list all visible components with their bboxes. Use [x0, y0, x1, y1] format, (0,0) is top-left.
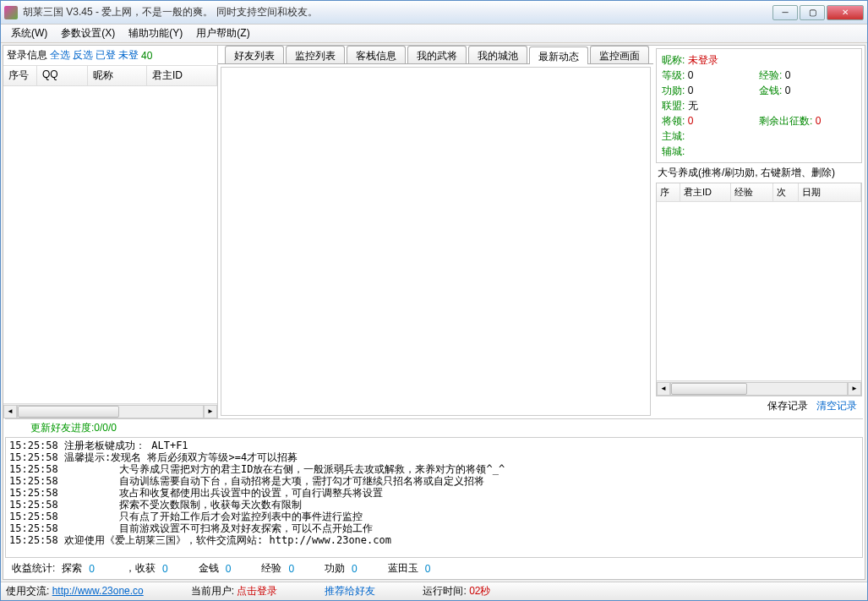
content-area: 登录信息 全选 反选 已登 未登 40 序号 QQ 昵称 君主ID ◄ [3, 45, 865, 580]
stats-label: 收益统计: [12, 561, 55, 576]
main-city-label: 主城: [662, 130, 685, 142]
rcol-seq[interactable]: 序 [657, 183, 680, 201]
rcol-date[interactable]: 日期 [799, 183, 861, 201]
tab-monitor[interactable]: 监控列表 [286, 46, 345, 63]
menu-system[interactable]: 系统(W) [4, 25, 54, 42]
invert-select-link[interactable]: 反选 [73, 48, 93, 63]
merit-val2: 0 [352, 563, 358, 575]
menu-help[interactable]: 用户帮助(Z) [189, 25, 256, 42]
explore-label: 探索 [62, 561, 82, 576]
clear-record-link[interactable]: 清空记录 [816, 399, 857, 413]
right-table-body[interactable] [657, 202, 861, 380]
left-table-body[interactable] [3, 86, 217, 403]
harvest-label: ，收获 [125, 561, 156, 576]
exp-label: 经验: [759, 69, 782, 81]
rscroll-right-arrow[interactable]: ► [848, 382, 861, 396]
scroll-right-arrow[interactable]: ► [204, 405, 217, 418]
tab-cities[interactable]: 我的城池 [468, 46, 527, 63]
merit-label2: 功勋 [325, 561, 345, 576]
login-info-label: 登录信息 [7, 48, 47, 63]
app-window: 胡莱三国 V3.45 - 爱上网，不是一般的爽。 同时支持空间和校友。 ─ ▢ … [0, 0, 868, 601]
rcol-lord[interactable]: 君主ID [680, 183, 731, 201]
log-line: 15:25:58 欢迎使用《爱上胡莱三国》，软件交流网站: http://www… [9, 534, 859, 546]
left-header: 登录信息 全选 反选 已登 未登 40 [3, 46, 217, 66]
col-lord[interactable]: 君主ID [147, 66, 217, 85]
login-count: 40 [141, 50, 152, 62]
log-panel: 更新好友进度:0/0/0 15:25:58 注册老板键成功： ALT+F115:… [5, 418, 863, 579]
rscroll-left-arrow[interactable]: ◄ [657, 382, 670, 396]
rcol-exp[interactable]: 经验 [731, 183, 773, 201]
col-seq[interactable]: 序号 [3, 66, 37, 85]
nick-label: 昵称: [662, 54, 685, 66]
level-value: 0 [688, 69, 694, 81]
scroll-left-arrow[interactable]: ◄ [3, 405, 17, 418]
window-title: 胡莱三国 V3.45 - 爱上网，不是一般的爽。 同时支持空间和校友。 [23, 5, 772, 19]
merit-label: 功勋: [662, 85, 685, 96]
minimize-button[interactable]: ─ [772, 5, 798, 20]
scroll-thumb[interactable] [18, 406, 119, 418]
money-label2: 金钱 [199, 561, 219, 576]
right-sub-title: 大号养成(推将/刷功勋, 右键新增、删除) [656, 163, 862, 183]
explore-val: 0 [89, 563, 95, 575]
stat-bar: 收益统计: 探索0 ，收获0 金钱0 经验0 功勋0 蓝田玉0 [5, 558, 863, 579]
menubar: 系统(W) 参数设置(X) 辅助功能(Y) 用户帮助(Z) [1, 25, 867, 43]
log-line: 15:25:58 只有点了开始工作后才会对监控列表中的事件进行监控 [9, 511, 859, 522]
left-panel: 登录信息 全选 反选 已登 未登 40 序号 QQ 昵称 君主ID ◄ [3, 46, 218, 418]
jade-val: 0 [425, 563, 431, 575]
gen-label: 将领: [662, 115, 685, 127]
expedition-value: 0 [816, 115, 822, 127]
stats-box: 昵称: 未登录 等级: 0 经验: 0 功勋: 0 金钱: 0 联盟: 无 将领… [656, 48, 862, 163]
status-bar: 使用交流: http://www.23one.co 当前用户: 点击登录 推荐给… [1, 582, 867, 600]
log-line: 15:25:58 攻占和收复都使用出兵设置中的设置，可自行调整兵将设置 [9, 487, 859, 499]
contact-label: 使用交流: [6, 585, 49, 597]
menu-params[interactable]: 参数设置(X) [54, 25, 122, 42]
harvest-val: 0 [162, 563, 168, 575]
not-logged-link[interactable]: 未登 [118, 48, 139, 63]
click-login-link[interactable]: 点击登录 [237, 585, 277, 597]
runtime-label: 运行时间: [423, 585, 466, 597]
log-line: 15:25:58 探索不受次数限制，收获每天次数有限制 [9, 499, 859, 511]
jade-label: 蓝田玉 [388, 561, 418, 576]
alliance-value: 无 [688, 100, 698, 112]
select-all-link[interactable]: 全选 [50, 48, 70, 63]
contact-url[interactable]: http://www.23one.co [52, 585, 144, 597]
sub-city-label: 辅城: [662, 145, 685, 157]
current-user-label: 当前用户: [191, 585, 234, 597]
alliance-label: 联盟: [662, 100, 685, 112]
titlebar[interactable]: 胡莱三国 V3.45 - 爱上网，不是一般的爽。 同时支持空间和校友。 ─ ▢ … [1, 1, 867, 25]
log-body[interactable]: 15:25:58 注册老板键成功： ALT+F115:25:58 温馨提示:发现… [5, 437, 863, 558]
menu-aux[interactable]: 辅助功能(Y) [122, 25, 189, 42]
tab-inn[interactable]: 客栈信息 [347, 46, 406, 63]
log-line: 15:25:58 大号养成只需把对方的君主ID放在右侧，一般派弱兵去攻或解救，来… [9, 463, 859, 475]
right-panel: 昵称: 未登录 等级: 0 经验: 0 功勋: 0 金钱: 0 联盟: 无 将领… [653, 46, 865, 418]
log-header: 更新好友进度:0/0/0 [5, 419, 863, 437]
tab-content [221, 67, 651, 416]
exp-value: 0 [785, 69, 791, 81]
left-hscroll[interactable]: ◄ ► [3, 403, 217, 418]
money-val2: 0 [226, 563, 232, 575]
col-nick[interactable]: 昵称 [88, 66, 147, 85]
right-hscroll[interactable]: ◄ ► [657, 380, 861, 396]
money-value: 0 [785, 85, 791, 96]
tab-generals[interactable]: 我的武将 [407, 46, 467, 63]
tab-latest[interactable]: 最新动态 [529, 46, 588, 64]
rcol-times[interactable]: 次 [773, 183, 799, 201]
log-line: 15:25:58 目前游戏设置不可扫将及对好友探索，可以不点开始工作 [9, 522, 859, 534]
save-record-link[interactable]: 保存记录 [767, 399, 808, 413]
close-button[interactable]: ✕ [827, 5, 864, 20]
logged-link[interactable]: 已登 [96, 48, 116, 63]
tab-screen[interactable]: 监控画面 [590, 46, 649, 63]
log-line: 15:25:58 注册老板键成功： ALT+F1 [9, 440, 859, 451]
col-qq[interactable]: QQ [37, 66, 88, 85]
rscroll-thumb[interactable] [671, 383, 747, 395]
recommend-link[interactable]: 推荐给好友 [325, 584, 375, 598]
app-icon [4, 6, 18, 19]
tab-friends[interactable]: 好友列表 [225, 46, 284, 63]
right-table: 序 君主ID 经验 次 日期 ◄ ► [656, 183, 862, 396]
exp-val2: 0 [288, 563, 294, 575]
tab-bar: 好友列表 监控列表 客栈信息 我的武将 我的城池 最新动态 监控画面 [218, 46, 653, 64]
log-line: 15:25:58 温馨提示:发现名 将后必须双方等级>=4才可以招募 [9, 451, 859, 463]
expedition-label: 剩余出征数: [759, 115, 812, 127]
maximize-button[interactable]: ▢ [800, 5, 825, 20]
level-label: 等级: [662, 69, 685, 81]
